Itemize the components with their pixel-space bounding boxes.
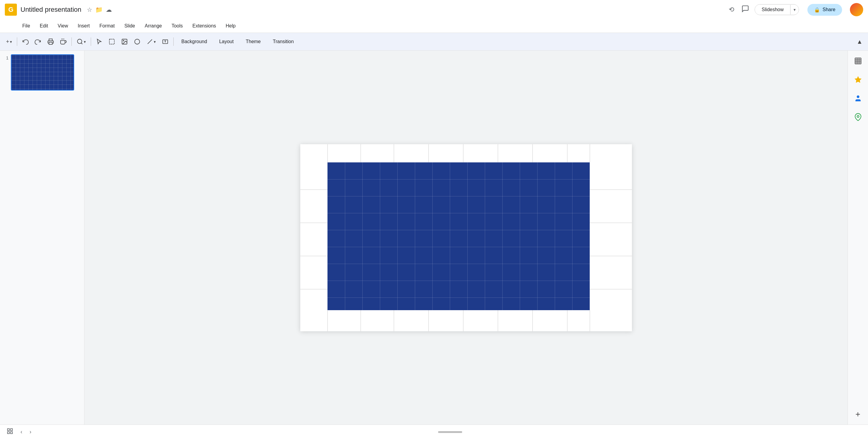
select-frame-button[interactable] xyxy=(106,36,118,47)
guide-line-bv4 xyxy=(428,310,429,331)
sidebar-maps-icon[interactable] xyxy=(851,111,865,124)
svg-rect-14 xyxy=(855,58,861,64)
svg-point-9 xyxy=(134,39,140,45)
menu-format[interactable]: Format xyxy=(95,22,119,30)
nav-next-button[interactable]: › xyxy=(28,427,33,437)
menu-view[interactable]: View xyxy=(53,22,72,30)
menu-arrange[interactable]: Arrange xyxy=(141,22,166,30)
title-icons: ☆ 📁 ☁ xyxy=(87,6,112,13)
svg-point-4 xyxy=(77,39,82,44)
guide-line-bv5 xyxy=(463,310,463,331)
svg-rect-23 xyxy=(10,429,12,431)
svg-point-21 xyxy=(857,116,859,118)
guide-line-rh3 xyxy=(590,256,632,256)
star-icon[interactable]: ☆ xyxy=(87,6,92,13)
guide-line-v8 xyxy=(567,144,567,162)
title-bar: G Untitled presentation ☆ 📁 ☁ ⟲ Slidesho… xyxy=(0,0,868,19)
toolbar-separator-3 xyxy=(91,37,91,46)
toolbar-separator-1 xyxy=(17,37,17,46)
sidebar-people-icon[interactable] xyxy=(851,92,865,105)
menu-bar: File Edit View Insert Format Slide Arran… xyxy=(0,19,868,33)
slide-thumb-grid xyxy=(11,55,73,90)
guide-line-bv2 xyxy=(361,310,361,331)
guide-line-v2 xyxy=(361,144,361,162)
menu-slide[interactable]: Slide xyxy=(120,22,139,30)
sidebar-table-icon[interactable] xyxy=(851,54,865,67)
guide-line-lh1 xyxy=(300,189,328,190)
guide-line-bv6 xyxy=(498,310,498,331)
svg-rect-24 xyxy=(7,432,9,434)
slide-number-1: 1 xyxy=(2,54,8,60)
toolbar: + ▾ ▾ ▾ Background Layout Theme Transiti… xyxy=(0,33,868,51)
slide-thumb-row-1: 1 xyxy=(2,54,82,90)
slideshow-btn-group: Slideshow ▾ xyxy=(755,4,799,15)
svg-rect-0 xyxy=(49,42,52,45)
folder-icon[interactable]: 📁 xyxy=(95,6,103,13)
zoom-dropdown-icon: ▾ xyxy=(84,39,86,44)
nav-prev-button[interactable]: ‹ xyxy=(19,427,24,437)
guide-line-v5 xyxy=(463,144,463,162)
layout-button[interactable]: Layout xyxy=(214,37,239,47)
comment-button[interactable] xyxy=(740,3,751,16)
svg-point-8 xyxy=(123,40,124,41)
slide-thumbnail-1[interactable] xyxy=(11,54,74,90)
guide-line-rh1 xyxy=(590,189,632,190)
theme-button[interactable]: Theme xyxy=(240,37,266,47)
print-button[interactable] xyxy=(45,36,56,47)
toolbar-separator-2 xyxy=(71,37,72,46)
svg-line-10 xyxy=(148,39,152,44)
sidebar-notes-icon[interactable] xyxy=(851,73,865,86)
zoom-button[interactable]: ▾ xyxy=(74,36,88,47)
textbox-button[interactable] xyxy=(159,36,171,47)
menu-extensions[interactable]: Extensions xyxy=(188,22,220,30)
bottom-bar: ‹ › xyxy=(0,425,868,439)
cloud-icon[interactable]: ☁ xyxy=(106,6,112,13)
slideshow-dropdown-button[interactable]: ▾ xyxy=(790,5,799,14)
shape-button[interactable] xyxy=(131,36,143,47)
slides-grid-button[interactable] xyxy=(5,426,15,438)
collapse-toolbar-button[interactable]: ▲ xyxy=(855,36,864,47)
app-logo: G xyxy=(5,4,17,16)
add-icon: + xyxy=(6,39,9,45)
avatar[interactable] xyxy=(850,3,863,16)
svg-rect-25 xyxy=(10,432,12,434)
image-button[interactable] xyxy=(119,36,130,47)
menu-insert[interactable]: Insert xyxy=(73,22,94,30)
toolbar-separator-4 xyxy=(173,37,174,46)
guide-line-lh4 xyxy=(300,289,328,289)
menu-tools[interactable]: Tools xyxy=(167,22,187,30)
svg-point-20 xyxy=(857,95,859,98)
grid-rectangle[interactable] xyxy=(328,162,590,310)
line-dropdown-icon: ▾ xyxy=(154,39,156,44)
slideshow-button[interactable]: Slideshow xyxy=(755,4,790,15)
guide-line-rh2 xyxy=(590,223,632,223)
line-button[interactable]: ▾ xyxy=(144,36,158,47)
right-sidebar: + xyxy=(847,51,868,425)
guide-line-lh2 xyxy=(300,223,328,223)
select-button[interactable] xyxy=(93,36,105,47)
canvas-area[interactable] xyxy=(85,51,847,425)
guide-line-lh3 xyxy=(300,256,328,256)
share-label: Share xyxy=(823,7,835,12)
doc-title[interactable]: Untitled presentation xyxy=(21,6,82,13)
svg-marker-19 xyxy=(855,76,861,83)
background-button[interactable]: Background xyxy=(176,37,213,47)
sidebar-add-button[interactable]: + xyxy=(851,408,865,421)
guide-line-v6 xyxy=(498,144,498,162)
redo-button[interactable] xyxy=(32,36,44,47)
guide-line-bv9 xyxy=(590,310,590,331)
undo-button[interactable] xyxy=(20,36,31,47)
history-button[interactable]: ⟲ xyxy=(727,4,736,16)
menu-file[interactable]: File xyxy=(18,22,34,30)
add-button[interactable]: + ▾ xyxy=(4,37,14,47)
guide-line-rh4 xyxy=(590,289,632,289)
slide-panel: 1 xyxy=(0,51,85,425)
paint-format-button[interactable] xyxy=(58,36,69,47)
transition-button[interactable]: Transition xyxy=(268,37,299,47)
guide-line-v9 xyxy=(590,144,590,162)
guide-line-bv8 xyxy=(567,310,567,331)
menu-edit[interactable]: Edit xyxy=(36,22,53,30)
guide-line-v1 xyxy=(328,144,328,162)
share-button[interactable]: 🔒 Share xyxy=(807,4,842,16)
menu-help[interactable]: Help xyxy=(222,22,240,30)
